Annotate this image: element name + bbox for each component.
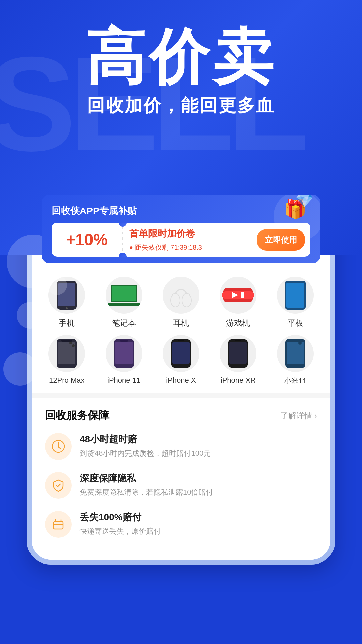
svg-rect-18	[108, 303, 140, 306]
hero-main-title: 高价卖	[0, 27, 362, 87]
more-chevron-icon: ›	[314, 411, 317, 420]
category-section: 手机 笔记本 耳机	[32, 267, 330, 393]
model-iphonex-label: iPhone X	[166, 376, 196, 385]
bubble-decoration	[3, 352, 37, 386]
svg-rect-40	[235, 340, 241, 341]
promo-title: 回收侠APP专属补贴	[52, 205, 310, 217]
model-mi11-icon	[277, 335, 314, 372]
model-iphone11-icon	[106, 335, 142, 372]
laptop-label: 笔记本	[112, 318, 136, 328]
model-item-iphonexr[interactable]: iPhone XR	[216, 335, 260, 386]
bubble-decoration	[47, 275, 67, 295]
percent-text: +10%	[66, 231, 108, 249]
hero-section: 高价卖 回收加价，能回更多血	[0, 0, 362, 117]
earphone-icon-wrap	[163, 277, 199, 314]
model-item-iphone11[interactable]: iPhone 11	[102, 335, 146, 386]
svg-line-48	[58, 484, 60, 487]
gem-icon: 💎	[295, 195, 314, 209]
service-item-0: 48小时超时赔 到货48小时内完成质检，超时赔付100元	[45, 433, 317, 460]
svg-point-20	[182, 293, 191, 307]
svg-point-19	[171, 293, 180, 307]
coupon-name: 首单限时加价卷	[129, 227, 250, 240]
promo-coupon[interactable]: +10% 首单限时加价卷 ● 距失效仅剩 71:39:18.3 立即使用	[52, 223, 310, 257]
svg-rect-25	[286, 283, 304, 308]
bubble-decoration	[17, 302, 44, 329]
service-item-desc-2: 快递寄送丢失，原价赔付	[80, 526, 161, 537]
model-item-12promax[interactable]: 12Pro Max	[45, 335, 88, 386]
category-row-main: 手机 笔记本 耳机	[38, 277, 324, 328]
svg-point-30	[69, 342, 72, 344]
service-title: 回收服务保障	[45, 408, 109, 423]
quick-model-row: 12Pro Max iPhone 11 iPhone X	[38, 335, 324, 386]
model-iphonexr-label: iPhone XR	[221, 376, 256, 385]
service-item-2: 丢失100%赔付 快递寄送丢失，原价赔付	[45, 511, 317, 538]
model-item-iphonex[interactable]: iPhone X	[159, 335, 203, 386]
service-item-title-1: 深度保障隐私	[80, 472, 213, 485]
more-label: 了解详情	[280, 410, 312, 421]
service-item-desc-1: 免费深度隐私清除，若隐私泄露10倍赔付	[80, 487, 213, 498]
category-item-earphone[interactable]: 耳机	[159, 277, 203, 328]
timer-icon: ●	[129, 244, 133, 251]
svg-rect-49	[54, 522, 63, 529]
svg-rect-42	[287, 342, 304, 364]
svg-rect-39	[229, 342, 247, 364]
earphone-label: 耳机	[173, 318, 189, 328]
tablet-icon-wrap	[277, 277, 314, 314]
svg-point-31	[72, 344, 75, 347]
service-icon-0	[45, 433, 72, 460]
svg-text:▶ ▮: ▶ ▮	[232, 290, 245, 299]
timer-text: 距失效仅剩 71:39:18.3	[135, 243, 202, 252]
service-item-title-2: 丢失100%赔付	[80, 511, 161, 524]
service-section: 回收服务保障 了解详情 › 48小时超时赔 到货48小时内完成质检，超时赔付10…	[32, 398, 330, 560]
model-item-mi11[interactable]: 小米11	[274, 335, 317, 386]
coupon-content: 首单限时加价卷 ● 距失效仅剩 71:39:18.3	[123, 223, 257, 257]
service-content-1: 深度保障隐私 免费深度隐私清除，若隐私泄露10倍赔付	[80, 472, 213, 498]
svg-rect-33	[115, 342, 133, 364]
coupon-percent: +10%	[52, 224, 122, 256]
svg-rect-17	[112, 286, 136, 301]
svg-rect-34	[120, 340, 128, 342]
service-more-link[interactable]: 了解详情 ›	[280, 410, 317, 421]
category-item-game[interactable]: ▶ ▮ 游戏机	[216, 277, 260, 328]
section-divider	[32, 393, 330, 398]
model-iphonex-icon	[163, 335, 199, 372]
tablet-label: 平板	[287, 318, 303, 328]
svg-rect-37	[178, 340, 184, 341]
game-label: 游戏机	[226, 318, 250, 328]
service-item-1: 深度保障隐私 免费深度隐私清除，若隐私泄露10倍赔付	[45, 472, 317, 499]
model-mi11-label: 小米11	[284, 376, 307, 386]
service-icon-1	[45, 472, 72, 499]
svg-point-43	[298, 341, 302, 345]
game-icon-wrap: ▶ ▮	[220, 277, 256, 314]
category-item-laptop[interactable]: 笔记本	[102, 277, 146, 328]
service-item-title-0: 48小时超时赔	[80, 433, 211, 446]
category-item-tablet[interactable]: 平板	[274, 277, 317, 328]
service-header: 回收服务保障 了解详情 ›	[45, 408, 317, 423]
service-icon-2	[45, 511, 72, 538]
coupon-timer: ● 距失效仅剩 71:39:18.3	[129, 243, 250, 252]
svg-rect-36	[172, 342, 190, 364]
model-12promax-icon	[48, 335, 85, 372]
service-item-desc-0: 到货48小时内完成质检，超时赔付100元	[80, 448, 211, 459]
hero-sub-title: 回收加价，能回更多血	[0, 94, 362, 117]
service-content-0: 48小时超时赔 到货48小时内完成质检，超时赔付100元	[80, 433, 211, 459]
phone-label: 手机	[59, 318, 75, 328]
svg-point-15	[66, 307, 68, 309]
promo-banner: 回收侠APP专属补贴 🎁 💎 +10% 首单限时加价卷 ● 距失效仅剩 71:3…	[42, 195, 320, 263]
model-12promax-label: 12Pro Max	[49, 376, 84, 385]
svg-rect-29	[61, 340, 72, 342]
model-iphone11-label: iPhone 11	[107, 376, 140, 385]
use-coupon-button[interactable]: 立即使用	[257, 229, 305, 251]
model-iphonexr-icon	[220, 335, 256, 372]
laptop-icon-wrap	[106, 277, 142, 314]
service-content-2: 丢失100%赔付 快递寄送丢失，原价赔付	[80, 511, 161, 537]
svg-line-46	[58, 447, 61, 449]
